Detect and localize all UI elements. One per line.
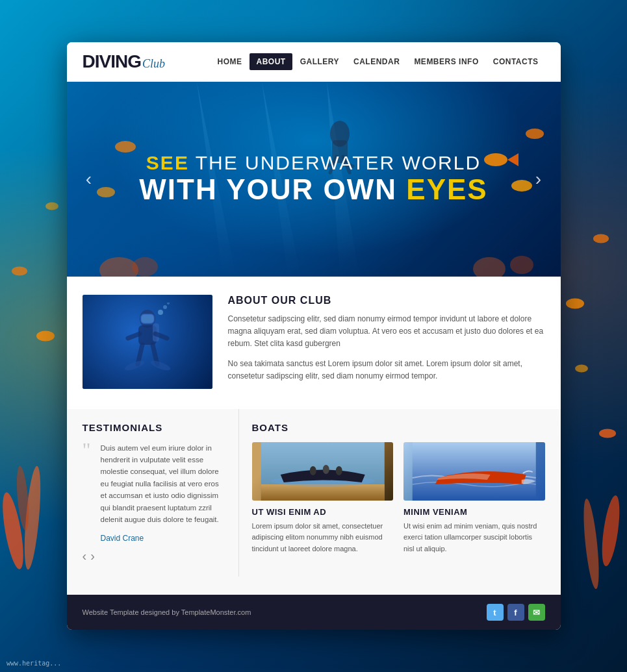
nav-item-home[interactable]: HOME <box>211 53 248 70</box>
footer: Website Template designed by TemplateMon… <box>67 595 561 630</box>
quote-mark-icon: " <box>83 440 91 460</box>
boats-column: BOATS <box>238 409 545 577</box>
left-decoration <box>0 0 65 672</box>
testimonial-prev-icon[interactable]: ‹ <box>83 549 87 564</box>
footer-brand[interactable]: TemplateMonster.com <box>181 608 251 616</box>
logo: DIVING Club <box>83 51 165 72</box>
hero-section: ‹ SEE THE UNDERWATER WORLD WITH YOUR OWN… <box>67 82 561 277</box>
hero-line2: WITH YOUR OWN EYES <box>139 174 487 205</box>
testimonials-column: TESTIMONIALS " Duis autem vel eum iriure… <box>83 409 238 577</box>
testimonial-text: Duis autem vel eum iriure dolor in hendr… <box>101 442 225 526</box>
boats-grid: UT WISI ENIM AD Lorem ipsum dolor sit am… <box>252 442 545 555</box>
boat-title-2: MINIM VENIAM <box>403 507 545 517</box>
footer-text: Website Template designed by TemplateMon… <box>83 608 251 616</box>
boats-title: BOATS <box>252 422 545 433</box>
testimonial-next-icon[interactable]: › <box>90 549 95 564</box>
slider-next-arrow[interactable]: › <box>527 168 550 191</box>
hero-line1: SEE THE UNDERWATER WORLD <box>139 152 487 174</box>
about-paragraph1: Consetetur sadipscing elitr, sed diam no… <box>228 313 545 351</box>
navigation: HOMEABOUTGALLERYCALENDARMEMBERS INFOCONT… <box>211 53 544 70</box>
svg-point-48 <box>322 465 329 474</box>
svg-point-10 <box>598 495 622 567</box>
website-container: DIVING Club HOMEABOUTGALLERYCALENDARMEMB… <box>67 42 561 630</box>
hero-highlight1: SEE <box>146 152 189 173</box>
hero-highlight2: EYES <box>406 173 487 205</box>
svg-point-47 <box>309 466 316 475</box>
nav-item-contacts[interactable]: CONTACTS <box>487 53 545 70</box>
testimonial-quote: " Duis autem vel eum iriure dolor in hen… <box>83 442 225 544</box>
boat-card-2: MINIM VENIAM Ut wisi enim ad minim venia… <box>403 442 545 555</box>
testimonials-title: TESTIMONIALS <box>83 422 225 433</box>
svg-point-41 <box>158 310 163 315</box>
svg-point-5 <box>45 203 58 210</box>
svg-point-2 <box>15 466 31 531</box>
svg-point-43 <box>167 303 170 305</box>
lower-section: TESTIMONIALS " Duis autem vel eum iriure… <box>67 409 561 595</box>
testimonial-nav: ‹ › <box>83 549 225 564</box>
svg-point-39 <box>149 359 171 372</box>
boat-image-1 <box>252 442 394 501</box>
logo-club-text: Club <box>142 57 165 71</box>
boat-card-1: UT WISI ENIM AD Lorem ipsum dolor sit am… <box>252 442 394 555</box>
hero-plain1: THE UNDERWATER WORLD <box>196 152 481 173</box>
boat-svg-2 <box>403 442 545 501</box>
svg-rect-40 <box>141 314 154 323</box>
logo-diving-text: DIVING <box>83 51 141 72</box>
boat-image-2 <box>403 442 545 501</box>
svg-point-0 <box>0 491 27 570</box>
svg-rect-45 <box>261 484 384 501</box>
right-decoration <box>562 0 627 672</box>
nav-item-calendar[interactable]: CALENDAR <box>347 53 406 70</box>
footer-social: t f ✉ <box>487 604 545 621</box>
svg-point-42 <box>163 305 167 309</box>
about-image <box>83 295 212 389</box>
boat-text-1: Lorem ipsum dolor sit amet, consectetuer… <box>252 521 394 555</box>
slider-prev-arrow[interactable]: ‹ <box>77 168 101 191</box>
about-section: ABOUT OUR CLUB Consetetur sadipscing eli… <box>67 277 561 409</box>
footer-label: Website Template designed by <box>83 608 179 616</box>
svg-rect-50 <box>413 442 536 501</box>
svg-point-8 <box>575 365 588 373</box>
svg-point-7 <box>593 234 609 243</box>
svg-point-9 <box>599 429 616 438</box>
boat-title-1: UT WISI ENIM AD <box>252 507 394 517</box>
boat-svg-1 <box>252 442 394 501</box>
about-content: ABOUT OUR CLUB Consetetur sadipscing eli… <box>228 295 545 391</box>
boat-text-2: Ut wisi enim ad minim veniam, quis nostr… <box>403 521 545 555</box>
nav-item-about[interactable]: ABOUT <box>250 53 292 70</box>
svg-point-6 <box>566 299 584 309</box>
url-bar: www.heritag... <box>6 660 61 667</box>
svg-point-49 <box>335 466 342 475</box>
testimonial-author[interactable]: David Crane <box>101 534 144 543</box>
svg-point-38 <box>123 359 145 372</box>
about-paragraph2: No sea takimata sanctus est Lorem ipsum … <box>228 358 545 382</box>
svg-point-1 <box>21 466 44 570</box>
facebook-icon[interactable]: f <box>507 604 524 621</box>
hero-text: SEE THE UNDERWATER WORLD WITH YOUR OWN E… <box>139 152 487 205</box>
svg-point-3 <box>36 331 55 342</box>
header: DIVING Club HOMEABOUTGALLERYCALENDARMEMB… <box>67 42 561 82</box>
twitter-icon[interactable]: t <box>487 604 504 621</box>
svg-line-34 <box>128 334 140 338</box>
chat-icon[interactable]: ✉ <box>528 604 545 621</box>
nav-item-gallery[interactable]: GALLERY <box>294 53 346 70</box>
about-image-inner <box>83 295 212 389</box>
diver-illustration <box>109 303 186 380</box>
svg-point-4 <box>12 267 27 276</box>
hero-plain2: WITH YOUR OWN <box>139 173 397 205</box>
about-title: ABOUT OUR CLUB <box>228 295 545 306</box>
svg-point-11 <box>581 498 602 590</box>
nav-item-members-info[interactable]: MEMBERS INFO <box>407 53 485 70</box>
